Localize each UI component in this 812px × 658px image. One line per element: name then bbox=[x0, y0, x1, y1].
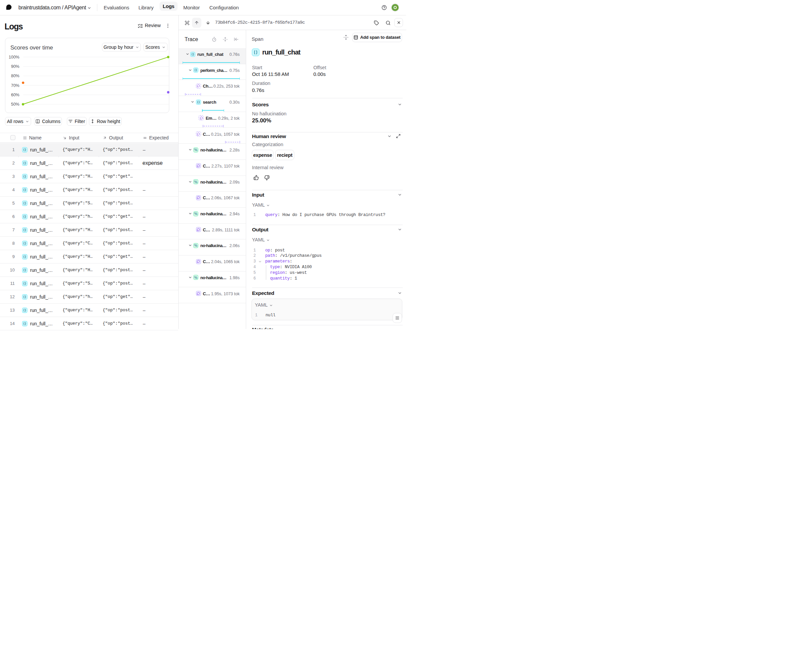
svg-text:70%: 70% bbox=[11, 83, 19, 88]
svg-text:50%: 50% bbox=[11, 102, 19, 107]
svg-text:60%: 60% bbox=[11, 92, 19, 97]
svg-text:80%: 80% bbox=[11, 74, 19, 78]
svg-text:90%: 90% bbox=[11, 64, 19, 69]
svg-text:100%: 100% bbox=[9, 55, 19, 60]
